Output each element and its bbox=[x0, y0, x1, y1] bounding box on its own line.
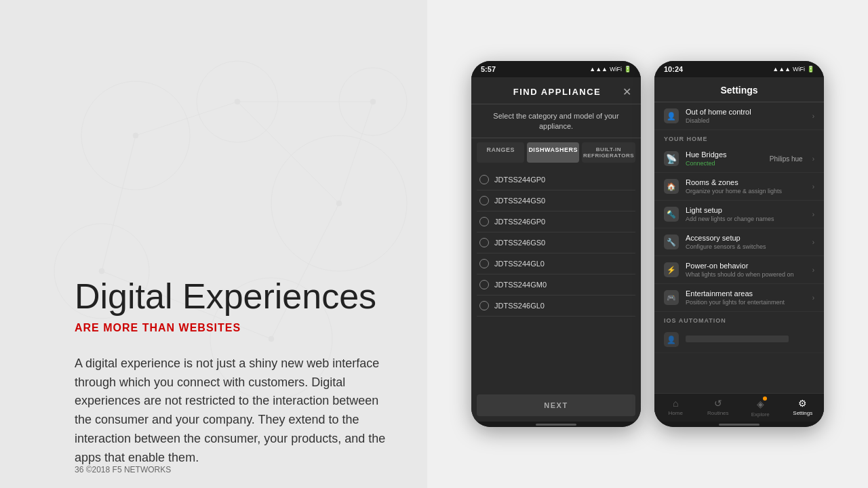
explore-nav-label: Explore bbox=[751, 411, 770, 418]
radio-button[interactable] bbox=[479, 196, 489, 205]
bottom-nav: ⌂ Home ↺ Routines ◈ Explore ⚙ Settings bbox=[654, 393, 824, 422]
svg-line-12 bbox=[339, 102, 373, 203]
category-tabs: RANGES DISHWASHERS BUILT-IN REFRIGERATOR… bbox=[471, 138, 641, 167]
ios-icon: 👤 bbox=[664, 332, 679, 347]
list-item[interactable]: JDTSS244GL0 bbox=[477, 253, 635, 274]
out-of-home-title: Out of home control bbox=[686, 108, 806, 116]
phone-settings: 10:24 ▲▲▲ WiFi 🔋 Settings 👤 Out of home … bbox=[654, 61, 824, 427]
settings-item-ios-partial[interactable]: 👤 bbox=[654, 327, 824, 353]
status-icons-1: ▲▲▲ WiFi 🔋 bbox=[589, 66, 631, 73]
list-item[interactable]: JDTSS244GS0 bbox=[477, 190, 635, 211]
light-setup-text: Light setup Add new lights or change nam… bbox=[686, 206, 806, 222]
rooms-text: Rooms & zones Organize your home & assig… bbox=[686, 178, 806, 195]
list-item[interactable]: JDTSS246GL0 bbox=[477, 296, 635, 317]
tab-refrigerators[interactable]: BUILT-IN REFRIGERATORS bbox=[582, 142, 635, 163]
settings-nav-label: Settings bbox=[793, 410, 812, 416]
hue-bridges-title: Hue Bridges bbox=[686, 150, 763, 159]
home-indicator bbox=[536, 424, 576, 426]
signal-icon-2: ▲▲▲ bbox=[772, 66, 791, 73]
appliance-name: JDTSS246GS0 bbox=[494, 239, 545, 247]
right-panel: 5:57 ▲▲▲ WiFi 🔋 FIND APPLIANCE ✕ Select … bbox=[427, 0, 868, 488]
phone2-content: Settings 👤 Out of home control Disabled … bbox=[654, 77, 824, 422]
radio-button[interactable] bbox=[479, 217, 489, 226]
chevron-icon: › bbox=[812, 266, 814, 274]
tab-dishwashers[interactable]: DISHWASHERS bbox=[527, 142, 579, 163]
status-time-1: 5:57 bbox=[481, 65, 496, 73]
settings-item-power-on[interactable]: ⚡ Power-on behavior What lights should d… bbox=[654, 256, 824, 284]
radio-button[interactable] bbox=[479, 238, 489, 247]
signal-icon: ▲▲▲ bbox=[589, 66, 608, 73]
your-home-label: YOUR HOME bbox=[654, 130, 824, 145]
routines-nav-icon: ↺ bbox=[714, 398, 722, 409]
nav-routines[interactable]: ↺ Routines bbox=[697, 394, 740, 422]
svg-point-14 bbox=[235, 99, 240, 104]
phone1-content: FIND APPLIANCE ✕ Select the category and… bbox=[471, 77, 641, 422]
appliance-name: JDTSS244GP0 bbox=[494, 176, 545, 184]
explore-badge-container: ◈ bbox=[757, 398, 764, 410]
status-time-2: 10:24 bbox=[664, 65, 683, 73]
body-text: A digital experience is not just a shiny… bbox=[75, 354, 393, 468]
settings-item-accessory[interactable]: 🔧 Accessory setup Configure sensors & sw… bbox=[654, 228, 824, 256]
radio-button[interactable] bbox=[479, 301, 489, 310]
svg-line-8 bbox=[102, 136, 136, 271]
accessory-title: Accessory setup bbox=[686, 234, 806, 242]
list-item[interactable]: JDTSS244GM0 bbox=[477, 274, 635, 296]
left-panel: Digital Experiences ARE MORE THAN WEBSIT… bbox=[0, 0, 427, 488]
next-button[interactable]: NEXT bbox=[477, 394, 635, 416]
status-bar-1: 5:57 ▲▲▲ WiFi 🔋 bbox=[471, 61, 641, 77]
list-item[interactable]: JDTSS246GP0 bbox=[477, 211, 635, 232]
settings-item-entertainment[interactable]: 🎮 Entertainment areas Position your ligh… bbox=[654, 284, 824, 312]
radio-button[interactable] bbox=[479, 280, 489, 289]
rooms-sub: Organize your home & assign lights bbox=[686, 188, 806, 195]
radio-button[interactable] bbox=[479, 175, 489, 184]
appliance-name: JDTSS246GL0 bbox=[494, 302, 545, 310]
chevron-icon: › bbox=[812, 294, 814, 302]
light-icon: 🔦 bbox=[664, 207, 679, 222]
rooms-title: Rooms & zones bbox=[686, 178, 806, 186]
chevron-icon: › bbox=[812, 155, 814, 163]
status-bar-2: 10:24 ▲▲▲ WiFi 🔋 bbox=[654, 61, 824, 77]
hue-bridges-status: Connected bbox=[686, 160, 763, 167]
explore-nav-icon: ◈ bbox=[757, 399, 764, 409]
entertainment-title: Entertainment areas bbox=[686, 289, 806, 298]
bottom-bar-2 bbox=[654, 422, 824, 427]
out-of-home-sub: Disabled bbox=[686, 117, 806, 124]
appliance-name: JDTSS244GS0 bbox=[494, 197, 545, 205]
nav-explore[interactable]: ◈ Explore bbox=[739, 394, 782, 422]
chevron-icon: › bbox=[812, 113, 814, 120]
person-icon: 👤 bbox=[664, 108, 679, 123]
settings-item-hue-bridges[interactable]: 📡 Hue Bridges Connected Philips hue › bbox=[654, 145, 824, 173]
power-on-text: Power-on behavior What lights should do … bbox=[686, 262, 806, 278]
ios-automation-label: IOS AUTOMATION bbox=[654, 312, 824, 327]
svg-line-7 bbox=[237, 102, 339, 203]
settings-item-out-of-home[interactable]: 👤 Out of home control Disabled › bbox=[654, 102, 824, 130]
chevron-icon: › bbox=[812, 183, 814, 190]
bridge-icon: 📡 bbox=[664, 151, 679, 166]
entertainment-sub: Position your lights for entertainment bbox=[686, 299, 806, 306]
svg-point-18 bbox=[370, 99, 376, 104]
battery-icon-2: 🔋 bbox=[807, 66, 814, 73]
close-button[interactable]: ✕ bbox=[623, 85, 631, 98]
power-icon: ⚡ bbox=[664, 262, 679, 277]
ios-title bbox=[686, 336, 789, 342]
nav-settings[interactable]: ⚙ Settings bbox=[782, 394, 825, 422]
entertainment-text: Entertainment areas Position your lights… bbox=[686, 289, 806, 306]
accessory-text: Accessory setup Configure sensors & swit… bbox=[686, 234, 806, 250]
phone-find-appliance: 5:57 ▲▲▲ WiFi 🔋 FIND APPLIANCE ✕ Select … bbox=[471, 61, 641, 427]
home-nav-label: Home bbox=[669, 410, 683, 416]
appliance-list: JDTSS244GP0 JDTSS244GS0 JDTSS246GP0 JDTS… bbox=[471, 167, 641, 389]
svg-point-15 bbox=[336, 201, 342, 206]
list-item[interactable]: JDTSS244GP0 bbox=[477, 169, 635, 190]
svg-point-13 bbox=[133, 133, 138, 138]
settings-item-light-setup[interactable]: 🔦 Light setup Add new lights or change n… bbox=[654, 201, 824, 228]
appliance-name: JDTSS246GP0 bbox=[494, 218, 545, 226]
light-setup-sub: Add new lights or change names bbox=[686, 216, 806, 222]
status-icons-2: ▲▲▲ WiFi 🔋 bbox=[772, 66, 814, 73]
radio-button[interactable] bbox=[479, 259, 489, 268]
bottom-bar-1 bbox=[471, 422, 641, 427]
settings-item-rooms[interactable]: 🏠 Rooms & zones Organize your home & ass… bbox=[654, 173, 824, 201]
tab-ranges[interactable]: RANGES bbox=[477, 142, 524, 163]
routines-nav-label: Routines bbox=[707, 410, 729, 416]
list-item[interactable]: JDTSS246GS0 bbox=[477, 232, 635, 253]
nav-home[interactable]: ⌂ Home bbox=[654, 394, 697, 422]
